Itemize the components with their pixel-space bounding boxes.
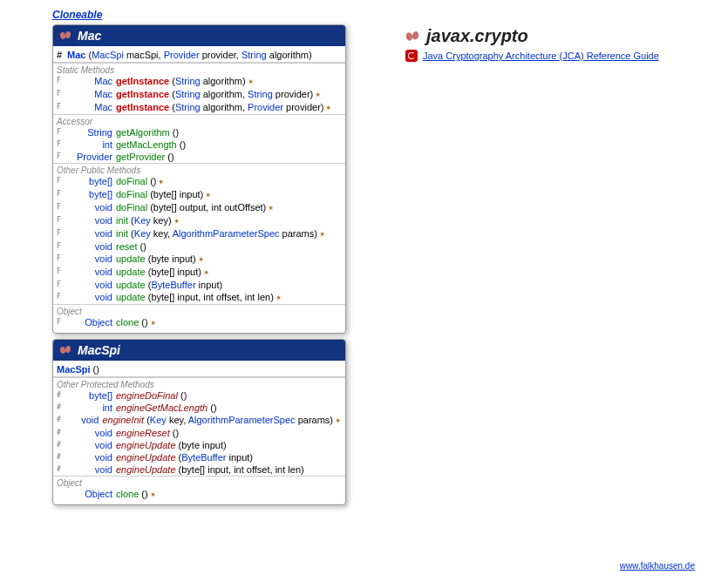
class-header: Mac	[53, 25, 345, 46]
return-type: Mac	[67, 101, 116, 114]
method-row: Fbyte[]doFinal (byte[] input)✴	[53, 188, 345, 201]
method-signature: getInstance (String algorithm, Provider …	[116, 101, 342, 114]
method-row: FObjectclone ()✴	[53, 316, 345, 329]
return-type: void	[67, 439, 116, 451]
throws-icon: ✴	[205, 191, 212, 199]
modifier	[57, 488, 67, 501]
return-type: void	[67, 240, 116, 253]
method-row: #voidengineUpdate (byte input)	[53, 439, 345, 451]
method-row: FintgetMacLength ()	[53, 139, 345, 151]
return-type: byte[]	[67, 389, 116, 402]
modifier: F	[57, 75, 67, 88]
method-signature: doFinal ()✴	[116, 175, 342, 188]
throws-icon: ✴	[325, 104, 332, 112]
modifier: #	[57, 439, 67, 451]
return-type: Object	[67, 488, 116, 501]
package-name: javax.crypto	[426, 26, 528, 46]
modifier: F	[57, 126, 67, 139]
constructor-row: #Mac (MacSpi macSpi, Provider provider, …	[53, 48, 345, 63]
return-type: void	[67, 227, 116, 240]
method-signature: getInstance (String algorithm, String pr…	[116, 88, 342, 101]
class-box-macspi: MacSpiMacSpi ()Other Protected Methods#b…	[52, 339, 346, 505]
return-type: Provider	[67, 151, 116, 163]
method-signature: getInstance (String algorithm)✴	[116, 75, 342, 88]
oracle-icon	[405, 50, 418, 62]
bean-icon	[58, 345, 72, 355]
method-row: Fvoidupdate (ByteBuffer input)	[53, 279, 345, 291]
method-row: Fvoidupdate (byte[] input)✴	[53, 266, 345, 279]
return-type: Object	[67, 316, 116, 329]
package-title: javax.crypto	[405, 26, 659, 46]
method-row: Fvoidreset ()	[53, 240, 345, 253]
return-type: int	[67, 139, 116, 151]
method-signature: engineInit (Key key, AlgorithmParameterS…	[102, 414, 342, 427]
modifier: F	[57, 139, 67, 151]
throws-icon: ✴	[158, 178, 165, 186]
throws-icon: ✴	[319, 230, 326, 239]
section-label: Other Public Methods	[53, 164, 345, 175]
modifier: #	[57, 451, 67, 463]
method-row: Fvoidinit (Key key)✴	[53, 214, 345, 227]
bean-icon	[58, 30, 72, 41]
return-type: String	[67, 126, 116, 139]
return-type: void	[67, 291, 116, 304]
class-name: MacSpi	[78, 343, 120, 357]
method-signature: doFinal (byte[] input)✴	[116, 188, 342, 201]
method-signature: engineDoFinal ()	[116, 389, 342, 402]
method-row: Fbyte[]doFinal ()✴	[53, 175, 345, 188]
method-row: #voidengineUpdate (byte[] input, int off…	[53, 463, 345, 476]
modifier: #	[57, 402, 67, 414]
throws-icon: ✴	[268, 204, 275, 213]
modifier: F	[57, 253, 67, 266]
method-row: Fvoidupdate (byte[] input, int offset, i…	[53, 291, 345, 304]
method-row: Fvoidupdate (byte input)✴	[53, 253, 345, 266]
return-type: void	[67, 427, 116, 439]
class-name: Mac	[78, 29, 101, 43]
modifier: F	[57, 279, 67, 291]
method-signature: update (ByteBuffer input)	[116, 279, 342, 291]
modifier: F	[57, 201, 67, 214]
method-row: FMacgetInstance (String algorithm)✴	[53, 75, 345, 88]
return-type: void	[67, 266, 116, 279]
section-label: Object	[53, 305, 345, 316]
method-row: #intengineGetMacLength ()	[53, 402, 345, 414]
section-label: Accessor	[53, 115, 345, 126]
method-signature: getMacLength ()	[116, 139, 342, 151]
method-signature: doFinal (byte[] output, int outOffset)✴	[116, 201, 342, 214]
method-row: FvoiddoFinal (byte[] output, int outOffs…	[53, 201, 345, 214]
return-type: void	[67, 279, 116, 291]
bean-icon	[404, 30, 420, 42]
return-type: void	[67, 463, 116, 476]
return-type: Mac	[67, 75, 116, 88]
method-row: #voidengineInit (Key key, AlgorithmParam…	[53, 414, 345, 427]
method-signature: engineUpdate (byte[] input, int offset, …	[116, 463, 342, 476]
jca-reference-link[interactable]: Java Cryptography Architecture (JCA) Ref…	[423, 51, 659, 61]
return-type: void	[67, 253, 116, 266]
method-signature: clone ()✴	[116, 488, 342, 501]
method-signature: getProvider ()	[116, 151, 342, 163]
section-label: Object	[53, 476, 345, 488]
modifier: #	[57, 414, 65, 427]
modifier: #	[57, 389, 67, 402]
method-signature: engineUpdate (ByteBuffer input)	[116, 451, 342, 463]
method-row: #byte[]engineDoFinal ()	[53, 389, 345, 402]
return-type: byte[]	[67, 175, 116, 188]
footer-link[interactable]: www.falkhausen.de	[620, 561, 695, 571]
return-type: int	[67, 402, 116, 414]
method-signature: getAlgorithm ()	[116, 126, 342, 139]
section-label: Other Protected Methods	[53, 378, 345, 389]
throws-icon: ✴	[198, 255, 205, 264]
method-signature: init (Key key, AlgorithmParameterSpec pa…	[116, 227, 342, 240]
method-row: #voidengineUpdate (ByteBuffer input)	[53, 451, 345, 463]
modifier: F	[57, 151, 67, 163]
return-type: void	[65, 414, 102, 427]
package-ref-row: Java Cryptography Architecture (JCA) Ref…	[405, 50, 659, 62]
method-signature: clone ()✴	[116, 316, 342, 329]
method-row: #voidengineReset ()	[53, 427, 345, 439]
modifier: F	[57, 101, 67, 114]
constructor-row: MacSpi ()	[53, 362, 345, 377]
modifier: F	[57, 240, 67, 253]
class-box-mac: Mac#Mac (MacSpi macSpi, Provider provide…	[52, 24, 346, 334]
interface-link-cloneable[interactable]: Cloneable	[52, 9, 102, 21]
class-header: MacSpi	[53, 340, 345, 361]
